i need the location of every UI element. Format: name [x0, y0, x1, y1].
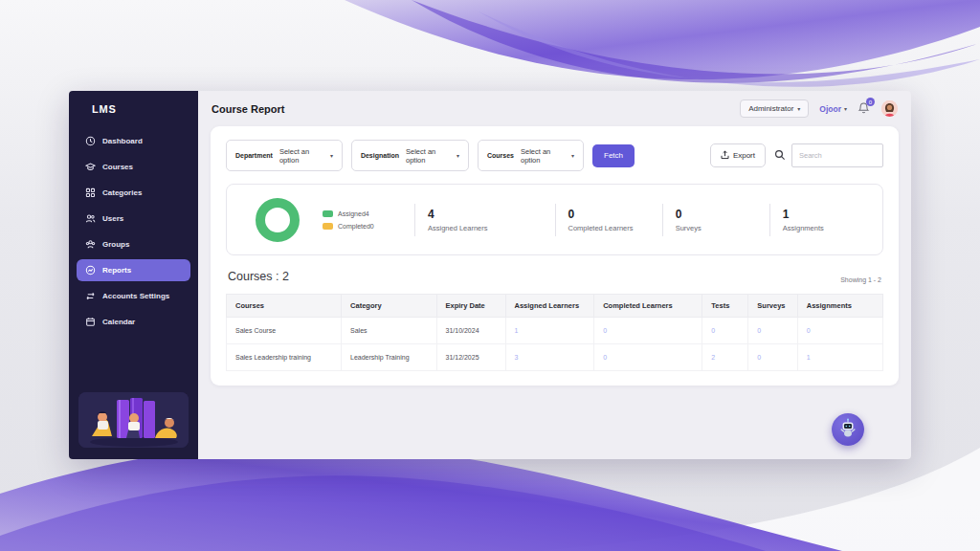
avatar[interactable] [881, 100, 898, 117]
cell-course-name: Sales Leadership training [227, 344, 342, 371]
table-row: Sales Course Sales 31/10/2024 1 0 0 0 0 [227, 318, 883, 344]
stat-assignments: 1 Assignments [769, 204, 877, 236]
cell-tests-link[interactable]: 2 [702, 344, 748, 371]
sidebar-item-label: Courses [102, 163, 133, 171]
stat-label: Surveys [676, 224, 769, 232]
sidebar-item-users[interactable]: Users [77, 208, 190, 230]
fetch-button[interactable]: Fetch [592, 144, 635, 167]
courses-heading-row: Courses : 2 Showing 1 - 2 [228, 270, 881, 283]
role-dropdown[interactable]: Administrator ▾ [740, 99, 809, 118]
grid-icon [85, 187, 96, 198]
report-icon [85, 265, 96, 276]
stat-label: Assignments [783, 224, 877, 232]
search-icon [774, 147, 786, 165]
export-button[interactable]: Export [710, 143, 766, 167]
sidebar-item-label: Groups [102, 240, 129, 249]
content-area: Department Select an option ▾ Designatio… [198, 126, 911, 459]
cell-assigned-learners-link[interactable]: 3 [505, 344, 594, 371]
filter-row: Department Select an option ▾ Designatio… [226, 140, 883, 171]
chatbot-button[interactable] [832, 413, 864, 446]
courses-table: Courses Category Expiry Date Assigned Le… [226, 294, 883, 371]
users-icon [85, 213, 96, 224]
sidebar-item-label: Calendar [102, 318, 135, 326]
calendar-icon [85, 317, 96, 327]
app-window: LMS Dashboard Courses Categories Users G… [69, 91, 911, 459]
cell-category: Sales [342, 318, 436, 344]
search-input[interactable] [791, 143, 883, 167]
col-header-courses: Courses [227, 295, 342, 318]
filter-selected-value: Select an option [521, 147, 565, 165]
filter-selected-value: Select an option [406, 147, 450, 165]
sidebar-illustration [78, 392, 189, 448]
sidebar: LMS Dashboard Courses Categories Users G… [69, 91, 198, 459]
legend-item: Assigned4 [323, 210, 407, 217]
stat-value: 0 [568, 208, 662, 221]
notifications-button[interactable]: 0 [858, 101, 871, 116]
courses-count-heading: Courses : 2 [228, 270, 289, 283]
topbar-actions: Administrator ▾ Ojoor ▾ 0 [740, 99, 898, 118]
col-header-expiry-date: Expiry Date [436, 295, 505, 318]
cell-completed-learners-link[interactable]: 0 [594, 318, 702, 344]
col-header-assigned-learners: Assigned Learners [505, 295, 594, 318]
col-header-tests: Tests [702, 295, 748, 318]
cell-surveys-link[interactable]: 0 [748, 344, 797, 371]
table-header-row: Courses Category Expiry Date Assigned Le… [227, 295, 883, 318]
table-row: Sales Leadership training Leadership Tra… [227, 344, 883, 371]
cell-course-name: Sales Course [227, 318, 342, 344]
chevron-down-icon: ▾ [571, 153, 574, 159]
stat-label: Completed Learners [568, 224, 662, 232]
clock-icon [85, 136, 96, 146]
col-header-surveys: Surveys [748, 295, 797, 318]
designation-select[interactable]: Designation Select an option ▾ [351, 140, 469, 171]
sidebar-item-label: Users [102, 214, 123, 223]
department-select[interactable]: Department Select an option ▾ [226, 140, 343, 171]
sidebar-item-calendar[interactable]: Calendar [77, 311, 190, 333]
filter-selected-value: Select an option [279, 147, 323, 165]
app-logo: LMS [69, 91, 198, 124]
stat-completed-learners: 0 Completed Learners [555, 204, 662, 236]
legend-swatch-completed [323, 223, 333, 230]
sidebar-item-dashboard[interactable]: Dashboard [77, 130, 190, 152]
sidebar-item-courses[interactable]: Courses [77, 156, 190, 178]
filter-label: Designation [361, 152, 399, 159]
legend-swatch-assigned [323, 210, 333, 217]
export-icon [721, 150, 729, 162]
report-card: Department Select an option ▾ Designatio… [211, 126, 899, 386]
sidebar-item-accounts-settings[interactable]: Accounts Settings [77, 285, 190, 307]
summary-stats-card: Assigned4 Completed0 4 Assigned Learners… [226, 184, 883, 255]
search-group [774, 143, 883, 167]
courses-select[interactable]: Courses Select an option ▾ [478, 140, 584, 171]
sidebar-item-groups[interactable]: Groups [77, 233, 190, 255]
graduation-cap-icon [85, 162, 96, 172]
pagination-status: Showing 1 - 2 [840, 276, 881, 283]
cell-expiry-date: 31/10/2024 [436, 318, 505, 344]
cell-assigned-learners-link[interactable]: 1 [505, 318, 594, 344]
cell-expiry-date: 31/12/2025 [436, 344, 505, 371]
cell-surveys-link[interactable]: 0 [748, 318, 797, 344]
cell-category: Leadership Training [342, 344, 436, 371]
cell-tests-link[interactable]: 0 [702, 318, 748, 344]
user-menu[interactable]: Ojoor ▾ [819, 104, 847, 114]
sidebar-nav: Dashboard Courses Categories Users Group… [69, 124, 198, 385]
page-title: Course Report [212, 103, 284, 115]
legend-label: Completed0 [338, 223, 374, 230]
cell-completed-learners-link[interactable]: 0 [594, 344, 702, 371]
chevron-down-icon: ▾ [797, 106, 800, 112]
chevron-down-icon: ▾ [457, 153, 459, 159]
stat-value: 1 [783, 208, 877, 221]
legend-item: Completed0 [323, 223, 407, 230]
sidebar-item-reports[interactable]: Reports [77, 259, 190, 281]
sidebar-item-label: Dashboard [102, 137, 143, 145]
col-header-category: Category [342, 295, 436, 318]
chart-legend: Assigned4 Completed0 [323, 210, 407, 230]
col-header-assignments: Assignments [797, 295, 882, 318]
groups-icon [85, 239, 96, 250]
sidebar-item-label: Reports [102, 266, 131, 275]
filter-label: Courses [487, 152, 514, 159]
robot-icon [837, 417, 858, 442]
sidebar-item-categories[interactable]: Categories [77, 182, 190, 204]
topbar: Course Report Administrator ▾ Ojoor ▾ 0 [198, 91, 911, 126]
filter-label: Department [235, 152, 273, 159]
cell-assignments-link[interactable]: 0 [797, 318, 882, 344]
cell-assignments-link[interactable]: 1 [797, 344, 882, 371]
